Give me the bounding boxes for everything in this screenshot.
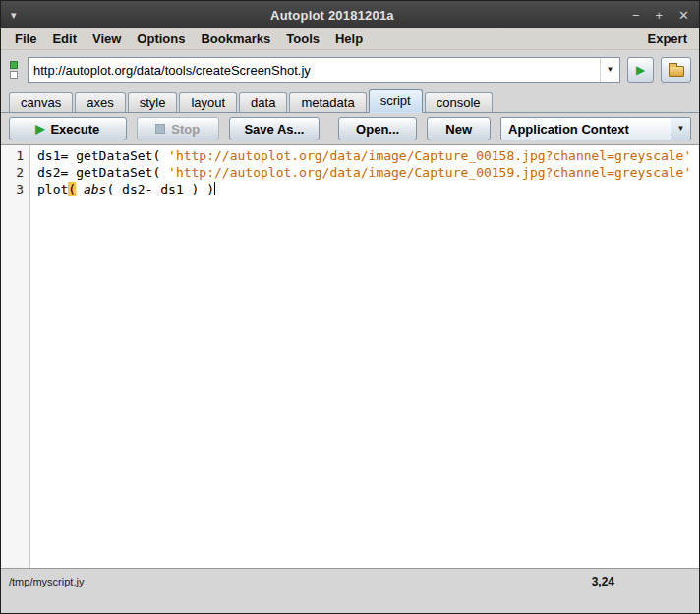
code-text: ds1= getDataSet( 'http://autoplot.org/da… xyxy=(30,148,699,165)
code-string-literal: 'http://autoplot.org/data/image/Capture_… xyxy=(168,148,691,163)
maximize-button[interactable]: + xyxy=(656,9,664,22)
code-plain: ds1= getDataSet( xyxy=(37,148,168,163)
menu-file[interactable]: File xyxy=(7,31,44,46)
execute-button[interactable]: ▶ Execute xyxy=(9,117,127,140)
open-local-file-button[interactable] xyxy=(661,57,691,83)
window-controls: − + ✕ xyxy=(632,9,689,22)
tab-data[interactable]: data xyxy=(239,92,287,112)
tab-canvas[interactable]: canvas xyxy=(9,92,73,112)
tab-bar: canvas axes style layout data metadata s… xyxy=(1,89,699,113)
menu-tools[interactable]: Tools xyxy=(278,31,327,46)
menu-bar: File Edit View Options Bookmarks Tools H… xyxy=(1,28,699,50)
line-number: 3 xyxy=(1,182,30,198)
script-toolbar: ▶ Execute Stop Save As... Open... New Ap… xyxy=(1,113,699,144)
uri-field-group: ▼ xyxy=(28,57,620,83)
code-text: plot( abs( ds2- ds1 ) ) xyxy=(30,182,215,198)
code-plain: ds2= getDataSet( xyxy=(37,165,168,180)
save-as-button[interactable]: Save As... xyxy=(229,117,320,140)
stop-button: Stop xyxy=(137,117,219,140)
code-string-literal: 'http://autoplot.org/data/image/Capture_… xyxy=(168,165,691,180)
menu-options[interactable]: Options xyxy=(129,31,193,46)
cursor-position: 3,24 xyxy=(592,575,614,588)
text-cursor xyxy=(214,182,215,195)
menu-edit[interactable]: Edit xyxy=(44,31,85,46)
context-combobox[interactable]: Application Context ▼ xyxy=(500,117,691,140)
menu-bookmarks[interactable]: Bookmarks xyxy=(193,31,278,46)
script-editor[interactable]: 1 ds1= getDataSet( 'http://autoplot.org/… xyxy=(1,144,699,568)
white-square-icon xyxy=(10,71,18,79)
stop-label: Stop xyxy=(171,122,200,137)
title-bar: ▾ Autoplot 20181201a − + ✕ xyxy=(1,1,699,28)
line-number: 1 xyxy=(1,148,30,165)
code-plain: ) xyxy=(691,165,699,180)
matched-paren-highlight: ( xyxy=(68,182,76,196)
close-button[interactable]: ✕ xyxy=(678,9,689,22)
execute-play-icon: ▶ xyxy=(35,123,44,135)
status-bar: /tmp/myscript.jy 3,24 xyxy=(1,568,699,593)
stop-square-icon xyxy=(155,124,165,134)
status-file-path: /tmp/myscript.jy xyxy=(9,576,84,587)
go-button[interactable]: ▶ xyxy=(627,57,654,83)
code-plain xyxy=(76,182,84,196)
save-as-label: Save As... xyxy=(244,122,304,137)
code-plain: ) xyxy=(691,148,699,163)
open-button[interactable]: Open... xyxy=(338,117,417,140)
code-line-2: 2 ds2= getDataSet( 'http://autoplot.org/… xyxy=(1,165,699,182)
chevron-down-icon: ▼ xyxy=(677,125,685,133)
play-icon: ▶ xyxy=(636,64,645,76)
tab-console[interactable]: console xyxy=(425,92,493,112)
tab-metadata[interactable]: metadata xyxy=(289,92,366,112)
menu-view[interactable]: View xyxy=(85,31,129,46)
tab-layout[interactable]: layout xyxy=(179,92,237,112)
context-combobox-value: Application Context xyxy=(501,118,671,140)
tab-script[interactable]: script xyxy=(369,89,423,113)
code-plain: plot xyxy=(37,182,68,196)
green-square-icon xyxy=(10,61,18,69)
code-line-3: 3 plot( abs( ds2- ds1 ) ) xyxy=(1,182,699,198)
tab-style[interactable]: style xyxy=(128,92,178,112)
minimize-button[interactable]: − xyxy=(632,9,640,22)
uri-dropdown-button[interactable]: ▼ xyxy=(600,58,619,82)
code-text: ds2= getDataSet( 'http://autoplot.org/da… xyxy=(30,165,699,182)
window-menu-icon[interactable]: ▾ xyxy=(11,9,32,22)
uri-input[interactable] xyxy=(29,58,600,82)
folder-icon xyxy=(669,66,684,77)
execute-label: Execute xyxy=(50,122,99,137)
context-combobox-arrow[interactable]: ▼ xyxy=(671,118,690,140)
code-builtin-function: abs xyxy=(84,182,106,196)
chevron-down-icon: ▼ xyxy=(607,66,614,74)
menu-help[interactable]: Help xyxy=(327,31,371,46)
line-number-gutter xyxy=(1,145,30,568)
window-bottom-panel xyxy=(1,593,699,613)
menu-expert[interactable]: Expert xyxy=(648,31,693,46)
tab-axes[interactable]: axes xyxy=(75,92,125,112)
code-plain: ( ds2- ds1 ) ) xyxy=(106,182,214,196)
line-number: 2 xyxy=(1,165,30,182)
uri-panel: ▼ ▶ xyxy=(1,50,699,89)
new-label: New xyxy=(445,122,472,137)
code-line-1: 1 ds1= getDataSet( 'http://autoplot.org/… xyxy=(1,148,699,165)
app-window: ▾ Autoplot 20181201a − + ✕ File Edit Vie… xyxy=(0,0,700,614)
dataset-selector-icon xyxy=(9,60,21,81)
window-title: Autoplot 20181201a xyxy=(32,8,632,23)
new-button[interactable]: New xyxy=(427,117,491,140)
open-label: Open... xyxy=(356,122,399,137)
